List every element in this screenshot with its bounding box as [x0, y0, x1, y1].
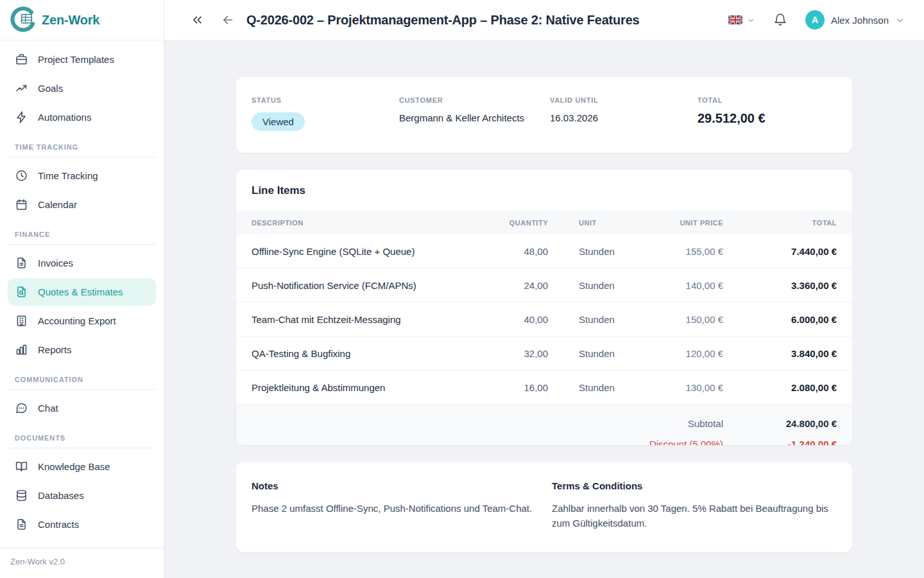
app-title: Zen-Work: [42, 13, 99, 28]
trending-up-icon: [15, 82, 28, 95]
zap-icon: [15, 110, 28, 124]
sidebar-section-time-tracking: TIME TRACKING: [8, 132, 156, 157]
sidebar-item-label: Calendar: [38, 199, 77, 210]
arrow-left-icon: [221, 13, 235, 27]
sidebar-item-label: Contracts: [38, 519, 79, 530]
sidebar-item-label: Accounting Export: [38, 315, 116, 326]
item-total: 3.840,00 €: [723, 348, 837, 359]
sidebar-item-label: Databases: [38, 490, 84, 501]
item-total: 3.360,00 €: [723, 280, 837, 291]
collapse-sidebar-button[interactable]: [187, 10, 207, 30]
sidebar-nav[interactable]: Project Templates Goals Automations TIME…: [0, 40, 164, 548]
column-header-quantity: QUANTITY: [489, 219, 548, 227]
quote-detail-content[interactable]: STATUS Viewed CUSTOMER Bergmann & Keller…: [164, 40, 924, 578]
sidebar-item-reports[interactable]: Reports: [8, 336, 156, 363]
status-label: STATUS: [252, 96, 399, 104]
sidebar-item-knowledge-base[interactable]: Knowledge Base: [8, 453, 156, 480]
clock-icon: [15, 169, 28, 182]
discount-label: Discount (5.00%): [252, 439, 723, 445]
item-description: Projektleitung & Abstimmungen: [252, 382, 489, 393]
item-quantity: 16,00: [489, 382, 548, 393]
sidebar-item-automations[interactable]: Automations: [8, 103, 156, 131]
page-title: Q-2026-002 – Projektmanagement-App – Pha…: [246, 13, 640, 28]
discount-value: -1.240,00 €: [723, 439, 837, 445]
item-unit-price: 150,00 €: [644, 314, 723, 325]
table-row: QA-Testing & Bugfixing 32,00 Stunden 120…: [236, 337, 852, 371]
customer-value: Bergmann & Keller Architects: [399, 112, 550, 123]
app-logo[interactable]: Zen-Work: [0, 0, 164, 40]
item-unit-price: 155,00 €: [644, 246, 723, 257]
item-unit-price: 140,00 €: [644, 280, 723, 291]
item-total: 6.000,00 €: [723, 314, 837, 325]
subtotal-label: Subtotal: [252, 418, 723, 429]
sidebar-item-databases[interactable]: Databases: [8, 482, 156, 509]
sidebar-item-goals[interactable]: Goals: [8, 74, 156, 102]
sidebar-item-contracts[interactable]: Contracts: [8, 511, 156, 538]
uk-flag-icon: [728, 15, 742, 24]
item-total: 2.080,00 €: [723, 382, 837, 393]
divider: [8, 448, 155, 448]
topbar: Q-2026-002 – Projektmanagement-App – Pha…: [164, 0, 924, 40]
table-header-row: DESCRIPTION QUANTITY UNIT UNIT PRICE TOT…: [236, 211, 852, 234]
column-header-unit-price: UNIT PRICE: [644, 219, 723, 227]
file-text-icon: [15, 256, 28, 270]
sidebar-item-label: Time Tracking: [38, 170, 98, 181]
language-selector[interactable]: [728, 15, 755, 24]
valid-until-label: VALID UNTIL: [550, 96, 697, 104]
sidebar-item-label: Reports: [38, 344, 72, 355]
item-quantity: 32,00: [489, 348, 548, 359]
sidebar-item-accounting-export[interactable]: Accounting Export: [8, 307, 156, 335]
item-unit: Stunden: [548, 382, 644, 393]
notifications-button[interactable]: [771, 10, 790, 30]
terms-section: Terms & Conditions Zahlbar innerhalb von…: [552, 480, 837, 531]
subtotal-value: 24.800,00 €: [723, 418, 837, 429]
sidebar-item-project-templates[interactable]: Project Templates: [8, 46, 156, 73]
item-unit: Stunden: [548, 314, 644, 325]
sidebar-item-quotes-estimates[interactable]: Quotes & Estimates: [8, 278, 156, 306]
item-unit-price: 130,00 €: [644, 382, 723, 393]
divider: [8, 244, 155, 245]
valid-until-field: VALID UNTIL 16.03.2026: [550, 96, 697, 131]
item-quantity: 40,00: [489, 314, 548, 325]
line-items-title: Line Items: [236, 170, 852, 211]
item-unit: Stunden: [548, 280, 644, 291]
sidebar-item-invoices[interactable]: Invoices: [8, 249, 156, 277]
building-icon: [15, 314, 28, 328]
customer-field: CUSTOMER Bergmann & Keller Architects: [399, 96, 550, 131]
column-header-description: DESCRIPTION: [252, 219, 489, 227]
sidebar-item-calendar[interactable]: Calendar: [8, 191, 156, 218]
column-header-total: TOTAL: [723, 219, 837, 227]
terms-title: Terms & Conditions: [552, 480, 837, 491]
notes-text: Phase 2 umfasst Offline-Sync, Push-Notif…: [252, 501, 534, 516]
database-icon: [15, 489, 28, 502]
sidebar: Zen-Work Project Templates Goals Automat…: [0, 0, 164, 578]
file-contract-icon: [15, 518, 28, 531]
divider: [8, 389, 155, 390]
sidebar-item-label: Invoices: [38, 258, 73, 268]
bell-icon: [773, 13, 787, 27]
sidebar-item-label: Goals: [38, 83, 63, 94]
status-badge: Viewed: [252, 112, 305, 131]
user-menu[interactable]: A Alex Johnson: [805, 10, 905, 30]
terms-text: Zahlbar innerhalb von 30 Tagen. 5% Rabat…: [552, 501, 834, 531]
item-description: Offline-Sync Engine (SQLite + Queue): [252, 246, 489, 257]
total-field: TOTAL 29.512,00 €: [697, 96, 837, 131]
column-header-unit: UNIT: [548, 219, 644, 227]
sidebar-item-chat[interactable]: Chat: [8, 394, 156, 422]
item-unit: Stunden: [548, 246, 644, 257]
bar-chart-icon: [15, 343, 28, 356]
back-button[interactable]: [218, 10, 237, 30]
status-field: STATUS Viewed: [252, 96, 399, 131]
valid-until-value: 16.03.2026: [550, 112, 697, 123]
sidebar-section-communication: COMMUNICATION: [8, 365, 156, 389]
discount-row: Discount (5.00%) -1.240,00 €: [252, 434, 837, 445]
item-total: 7.440,00 €: [723, 246, 837, 257]
line-items-card: Line Items DESCRIPTION QUANTITY UNIT UNI…: [236, 170, 852, 445]
sidebar-section-finance: FINANCE: [8, 220, 156, 244]
file-search-icon: [15, 285, 28, 299]
sidebar-item-label: Automations: [38, 112, 91, 123]
app-version: Zen-Work v2.0: [0, 548, 164, 578]
total-value: 29.512,00 €: [697, 111, 837, 126]
sidebar-item-time-tracking[interactable]: Time Tracking: [8, 162, 156, 189]
table-row: Team-Chat mit Echtzeit-Messaging 40,00 S…: [236, 302, 852, 337]
